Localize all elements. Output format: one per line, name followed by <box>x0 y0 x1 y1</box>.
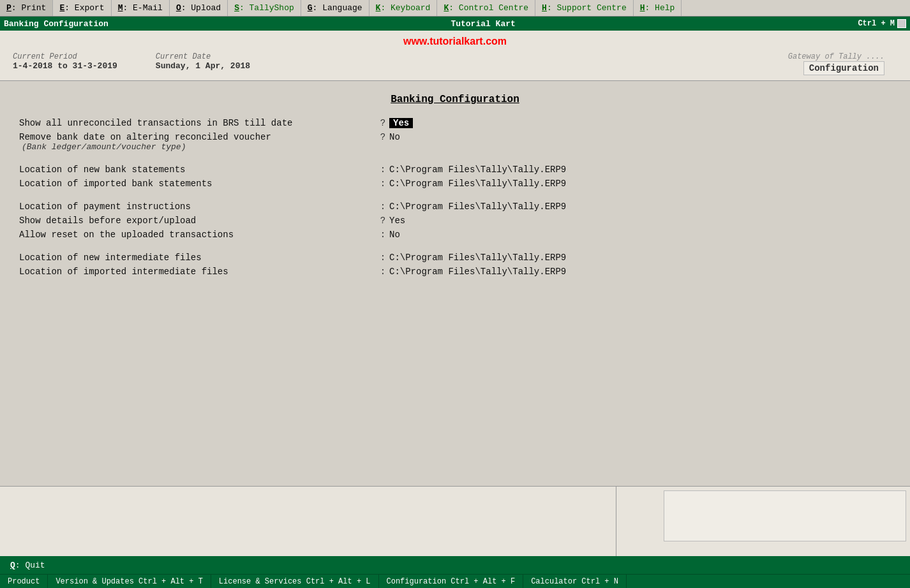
config-row-brs: Show all unreconciled transactions in BR… <box>19 118 891 128</box>
menu-upload[interactable]: O: Upload <box>170 0 228 16</box>
period-block: Current Period 1-4-2018 to 31-3-2019 <box>13 52 117 75</box>
bottom-panel <box>0 486 910 556</box>
config-value-showdetails[interactable]: Yes <box>389 216 405 226</box>
main-content: Banking Configuration Show all unreconci… <box>0 81 910 486</box>
content-wrapper: www.tutorialkart.com Current Period 1-4-… <box>0 31 910 556</box>
config-label-importintermediate: Location of imported intermediate files <box>19 267 377 277</box>
menu-language[interactable]: G: Language <box>301 0 369 16</box>
status-product[interactable]: Product <box>0 575 48 588</box>
config-row-bankdate: Remove bank date on altering reconciled … <box>19 132 891 152</box>
config-value-importintermediate[interactable]: C:\Program Files\Tally\Tally.ERP9 <box>389 267 566 277</box>
config-label-brs: Show all unreconciled transactions in BR… <box>19 118 377 128</box>
config-label-newbank: Location of new bank statements <box>19 165 377 175</box>
header-left: Current Period 1-4-2018 to 31-3-2019 Cur… <box>13 52 449 75</box>
period-label: Current Period <box>13 52 117 61</box>
config-label-importbank: Location of imported bank statements <box>19 179 377 189</box>
bottom-right-panel <box>616 487 910 556</box>
period-value: 1-4-2018 to 31-3-2019 <box>13 61 117 71</box>
config-sep-newbank: : <box>377 165 389 175</box>
status-bar: Product Version & Updates Ctrl + Alt + T… <box>0 574 910 588</box>
window-title: Banking Configuration <box>4 19 108 29</box>
status-version[interactable]: Version & Updates Ctrl + Alt + T <box>48 575 211 588</box>
config-value-brs[interactable]: Yes <box>389 118 413 128</box>
config-title: Banking Configuration <box>19 94 891 105</box>
menu-email[interactable]: M: E-Mail <box>112 0 170 16</box>
config-row-newintermediate: Location of new intermediate files : C:\… <box>19 253 891 263</box>
config-sep-showdetails: ? <box>377 216 389 226</box>
config-row-importbank: Location of imported bank statements : C… <box>19 179 891 189</box>
breadcrumb-path: Configuration <box>803 61 884 75</box>
ctrl-m-label: Ctrl + M <box>858 19 895 28</box>
bottom-info-box <box>664 490 906 541</box>
company-name: Tutorial Kart <box>451 19 515 29</box>
spacer-3 <box>19 244 891 253</box>
config-row-newbank: Location of new bank statements : C:\Pro… <box>19 165 891 175</box>
status-calculator[interactable]: Calculator Ctrl + N <box>523 575 627 588</box>
config-sep-bankdate: ? <box>377 132 389 142</box>
bottom-left-panel <box>0 487 616 556</box>
menu-control-centre[interactable]: K: Control Centre <box>437 0 535 16</box>
header-section: www.tutorialkart.com Current Period 1-4-… <box>0 31 910 81</box>
title-bar: Banking Configuration Tutorial Kart Ctrl… <box>0 17 910 31</box>
status-license[interactable]: License & Services Ctrl + Alt + L <box>211 575 379 588</box>
menu-print[interactable]: P: Print <box>0 0 53 16</box>
config-label-payment: Location of payment instructions <box>19 202 377 212</box>
menu-tallyshop[interactable]: S: TallyShop <box>228 0 301 16</box>
top-menu-bar: P: Print E: Export M: E-Mail O: Upload S… <box>0 0 910 17</box>
config-label-reset: Allow reset on the uploaded transactions <box>19 230 377 240</box>
menu-keyboard[interactable]: K: Keyboard <box>369 0 438 16</box>
config-sep-reset: : <box>377 230 389 240</box>
menu-help[interactable]: H: Help <box>634 0 682 16</box>
tutorial-url: www.tutorialkart.com <box>0 33 910 50</box>
date-label: Current Date <box>156 52 250 61</box>
window-control-box[interactable] <box>897 19 906 28</box>
config-row-payment: Location of payment instructions : C:\Pr… <box>19 202 891 212</box>
date-value: Sunday, 1 Apr, 2018 <box>156 61 250 71</box>
menu-support-centre[interactable]: H: Support Centre <box>535 0 634 16</box>
config-sep-brs: ? <box>377 118 389 128</box>
config-sep-payment: : <box>377 202 389 212</box>
breadcrumb-trail: Gateway of Tally .... <box>788 52 884 61</box>
config-label-newintermediate: Location of new intermediate files <box>19 253 377 263</box>
menu-export[interactable]: E: Export <box>53 0 111 16</box>
config-value-newintermediate[interactable]: C:\Program Files\Tally\Tally.ERP9 <box>389 253 566 263</box>
spacer-2 <box>19 193 891 202</box>
config-sep-newintermediate: : <box>377 253 389 263</box>
config-value-newbank[interactable]: C:\Program Files\Tally\Tally.ERP9 <box>389 165 566 175</box>
config-value-bankdate[interactable]: No <box>389 132 400 142</box>
quit-button[interactable]: Q: Quit <box>4 559 52 571</box>
config-row-reset: Allow reset on the uploaded transactions… <box>19 230 891 240</box>
header-right: Gateway of Tally .... Configuration <box>449 52 897 75</box>
config-sep-importbank: : <box>377 179 389 189</box>
config-value-importbank[interactable]: C:\Program Files\Tally\Tally.ERP9 <box>389 179 566 189</box>
config-label-showdetails: Show details before export/upload <box>19 216 377 226</box>
config-label-bankdate: Remove bank date on altering reconciled … <box>19 132 377 152</box>
header-info: Current Period 1-4-2018 to 31-3-2019 Cur… <box>0 50 910 78</box>
function-bar: Q: Quit <box>0 556 910 574</box>
config-value-reset[interactable]: No <box>389 230 400 240</box>
config-row-showdetails: Show details before export/upload ? Yes <box>19 216 891 226</box>
status-configuration[interactable]: Configuration Ctrl + Alt + F <box>379 575 524 588</box>
config-row-importintermediate: Location of imported intermediate files … <box>19 267 891 277</box>
spacer-1 <box>19 156 891 165</box>
date-block: Current Date Sunday, 1 Apr, 2018 <box>156 52 250 75</box>
ctrl-m-area: Ctrl + M <box>858 19 906 28</box>
config-value-payment[interactable]: C:\Program Files\Tally\Tally.ERP9 <box>389 202 566 212</box>
config-sep-importintermediate: : <box>377 267 389 277</box>
